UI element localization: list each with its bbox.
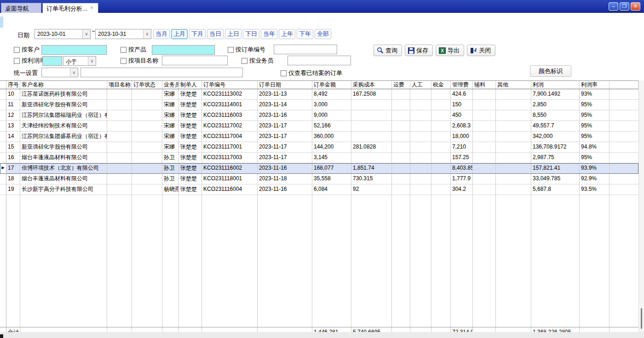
table-row[interactable]: 10江苏星诺医药科技有限公司宋娜张楚楚KCO2311130022023-11-1… [0,89,638,100]
minimize-icon[interactable]: – [609,2,618,11]
range-button[interactable]: 上日 [225,29,242,39]
table-row[interactable]: 19长沙新宇高分子科技有限公司杨晓燕张楚楚KCO2311160042023-11… [0,184,638,195]
table-cell: 9,000 [312,110,351,120]
table-cell [496,100,531,110]
table-cell [431,100,451,110]
table-row[interactable]: 12江苏阿尔法集团福瑞药业（宿迁）有限公司宋娜张楚楚KCO23111600320… [0,110,638,121]
column-header[interactable]: 订单日期 [258,81,312,89]
table-cell [132,327,162,332]
tab-order-profit-label: 订单毛利分析... [46,5,87,13]
table-row[interactable]: 13天津经纬控制技术有限公司宋娜张楚楚KCO2311170022023-11-1… [0,121,638,132]
by-project-label: 按项目名称 [128,57,158,65]
date-from-combo[interactable]: 2023-10-01 ∨ [34,29,91,39]
close-icon[interactable]: ✕ [631,2,640,11]
product-input[interactable] [152,45,215,55]
table-cell: 天津经纬控制技术有限公司 [20,121,107,131]
profit-rate-operator-select[interactable]: 小于 ∨ [63,56,96,66]
tab-close-icon[interactable]: × [90,5,93,11]
column-header[interactable]: 管理费 [451,81,473,89]
table-cell: 张楚楚 [179,121,202,131]
table-cell: 杨晓燕 [162,184,179,195]
query-button[interactable]: 查询 [374,45,402,56]
column-header[interactable]: 订单编号 [202,81,258,89]
chevron-down-icon[interactable]: ∨ [82,29,90,39]
chevron-down-icon[interactable]: ∨ [143,29,151,39]
closed-only-checkbox[interactable] [281,70,287,76]
column-header[interactable]: 利润率 [580,81,610,89]
column-header[interactable]: 序号 [6,81,20,89]
by-salesman-checkbox[interactable] [242,58,247,64]
range-button[interactable]: 下年 [297,29,313,39]
column-header[interactable]: 人工 [410,81,431,89]
unified-setting-input[interactable] [80,68,243,77]
profit-rate-input[interactable] [42,56,62,66]
close-form-button[interactable]: 关闭 [467,45,495,56]
save-button[interactable]: 保存 [405,45,433,56]
project-name-input[interactable] [162,56,228,65]
column-header[interactable]: 项目名称 [107,81,132,89]
range-button[interactable]: 当年 [261,29,277,39]
by-customer-checkbox[interactable] [14,47,20,53]
vertical-scrollbar[interactable] [638,80,644,332]
table-cell: 3,145 [312,153,351,163]
table-row[interactable]: ▶17倍博环境技术（北京）有限公司孙卫张楚楚KCO2311160022023-1… [0,163,638,174]
column-header[interactable]: 辅料 [473,81,496,89]
by-project-checkbox[interactable] [121,58,126,64]
row-indicator [0,195,6,327]
order-no-input[interactable] [274,45,337,54]
range-button[interactable]: 全部 [315,29,331,39]
range-button[interactable]: 下月 [189,29,206,39]
table-cell: KCO231116002 [202,163,258,173]
table-cell: 304.2 [451,184,473,195]
date-to-combo[interactable]: 2023-10-31 ∨ [95,29,151,39]
range-button[interactable]: 当日 [207,29,224,39]
table-cell: 8,403.85 [451,163,473,173]
table-cell: 95% [580,100,610,110]
row-indicator [0,110,6,120]
column-header[interactable]: 采购成本 [351,81,392,89]
column-header[interactable]: 业务员 [162,81,179,89]
scrollbar-thumb[interactable] [641,308,642,329]
by-order-no-checkbox[interactable] [228,47,234,53]
range-button[interactable]: 上月 [171,29,188,39]
table-row[interactable]: 16烟台丰蓬液晶材料有限公司孙卫张楚楚KCO2311170032023-11-1… [0,153,638,163]
column-header[interactable]: 制单人 [179,81,202,89]
column-header[interactable]: 税金 [431,81,451,89]
range-button[interactable]: 下日 [243,29,259,39]
column-header[interactable]: 客户名称 [20,81,107,89]
table-cell [107,327,132,332]
chevron-down-icon[interactable]: ∨ [70,68,78,77]
table-cell: 8,550 [531,110,580,120]
column-header[interactable]: 运费 [392,81,410,89]
customer-input[interactable] [41,45,107,55]
unified-setting-label: 统一设置 [14,69,38,77]
table-cell: 张楚楚 [179,132,202,142]
tab-desktop-nav[interactable]: 桌面导航 [1,3,41,13]
tab-order-profit-analysis[interactable]: 订单毛利分析... × [42,3,98,13]
column-header[interactable]: 订单金额 [312,81,351,89]
restore-icon[interactable]: ❐ [620,2,629,11]
table-cell: 2023-11-17 [258,142,312,152]
color-mark-button[interactable]: 颜色标识 [530,65,571,77]
unified-setting-select[interactable]: ∨ [41,68,78,77]
salesman-input[interactable] [288,56,351,65]
range-button[interactable]: 上年 [279,29,295,39]
close-form-label: 关闭 [479,46,491,55]
table-cell: 93% [580,89,610,99]
table-cell [473,163,496,173]
table-cell: 35,558 [312,174,351,184]
table-row[interactable]: 18烟台丰蓬液晶材料有限公司孙卫张楚楚KCO2311180012023-11-1… [0,174,638,184]
column-header[interactable]: 利润 [531,81,580,89]
chevron-down-icon[interactable]: ∨ [88,57,96,65]
range-button[interactable]: 当月 [153,29,170,39]
export-button[interactable]: X 导出 [436,45,464,56]
filter-by-customer: 按客户 [14,46,40,53]
column-header[interactable]: 订单状态 [132,81,162,89]
by-product-checkbox[interactable] [121,47,126,53]
table-row[interactable]: 14江苏阿尔法集团盛基药业（宿迁）有限公司宋娜张楚楚KCO23111700420… [0,132,638,142]
column-header[interactable]: 其他 [496,81,531,89]
table-row[interactable]: 15新亚强硅化学股份有限公司宋娜张楚楚KCO2311170012023-11-1… [0,142,638,153]
filter-by-salesman: 按业务员 [242,57,273,64]
table-row[interactable]: 11新亚强硅化学股份有限公司宋娜张楚楚KCO2311140012023-11-1… [0,100,638,110]
by-profit-rate-checkbox[interactable] [14,58,20,64]
